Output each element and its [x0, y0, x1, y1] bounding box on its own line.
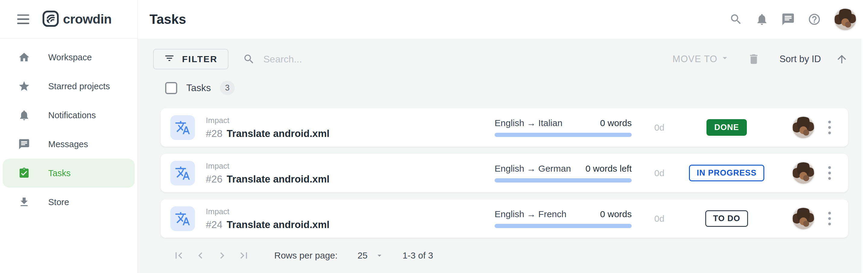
- task-title[interactable]: Translate android.xml: [227, 128, 330, 139]
- task-progress: English → German 0 words left: [495, 164, 632, 183]
- sort-direction-arrow-up-icon[interactable]: [835, 53, 848, 65]
- sort-by-button[interactable]: Sort by ID: [778, 53, 823, 65]
- task-status: DONE: [678, 119, 775, 136]
- task-progress: English → Italian 0 words: [495, 118, 632, 137]
- assignee: [792, 207, 815, 230]
- bell-icon: [18, 109, 30, 121]
- sidebar-item-store[interactable]: Store: [3, 188, 135, 217]
- search-icon: [243, 53, 255, 65]
- crowdin-logo[interactable]: crowdin: [42, 10, 112, 28]
- language-pair: English → Italian: [495, 118, 562, 128]
- task-more-kebab-icon[interactable]: [823, 209, 836, 228]
- hamburger-menu-icon[interactable]: [17, 15, 29, 24]
- top-bar: Tasks: [138, 0, 868, 38]
- page-title: Tasks: [150, 12, 186, 27]
- last-page-icon[interactable]: [238, 249, 250, 262]
- task-titles: Impact #28Translate android.xml: [206, 116, 495, 139]
- task-progress-fill: [495, 133, 632, 137]
- progress-bar-track: [495, 224, 632, 228]
- first-page-icon[interactable]: [173, 249, 185, 262]
- sidebar-item-label: Notifications: [48, 110, 96, 120]
- sidebar: Workspace Starred projects Notifications…: [0, 38, 138, 273]
- task-status-badge: IN PROGRESS: [689, 165, 765, 181]
- sidebar-item-notifications[interactable]: Notifications: [3, 101, 135, 130]
- star-icon: [18, 80, 30, 92]
- delete-trash-icon[interactable]: [747, 53, 760, 65]
- filter-icon: [164, 53, 175, 66]
- rows-per-page-label: Rows per page:: [274, 250, 338, 261]
- task-more-kebab-icon[interactable]: [823, 164, 836, 183]
- pagination-range: 1-3 of 3: [403, 250, 433, 261]
- app-window: crowdin Tasks Workspace: [0, 0, 868, 273]
- translate-task-icon: [170, 206, 195, 231]
- translate-task-icon: [170, 115, 195, 140]
- previous-page-icon[interactable]: [194, 249, 207, 262]
- task-row[interactable]: Impact #28Translate android.xml English …: [161, 108, 848, 146]
- sidebar-item-label: Workspace: [48, 53, 92, 62]
- sidebar-item-starred-projects[interactable]: Starred projects: [3, 72, 135, 101]
- language-row: English → German 0 words left: [495, 164, 632, 174]
- task-duration: 0d: [654, 168, 678, 178]
- task-title[interactable]: Translate android.xml: [227, 219, 330, 230]
- user-avatar[interactable]: [834, 8, 857, 31]
- language-pair: English → German: [495, 164, 571, 174]
- language-row: English → French 0 words: [495, 209, 632, 219]
- crowdin-logo-icon: [42, 10, 59, 28]
- assignee: [792, 161, 815, 185]
- task-status-badge: TO DO: [705, 210, 748, 227]
- task-titles: Impact #26Translate android.xml: [206, 161, 495, 185]
- move-to-label: MOVE TO: [673, 54, 717, 64]
- sidebar-item-messages[interactable]: Messages: [3, 130, 135, 159]
- filter-button[interactable]: FILTER: [153, 49, 228, 70]
- task-id: #24: [206, 219, 222, 230]
- sidebar-item-label: Store: [48, 197, 69, 207]
- task-more-kebab-icon[interactable]: [823, 118, 836, 137]
- sidebar-item-tasks[interactable]: Tasks: [3, 159, 135, 188]
- task-list: Impact #28Translate android.xml English …: [161, 108, 848, 238]
- task-title[interactable]: Translate android.xml: [227, 173, 330, 185]
- sort-by-label: Sort by ID: [779, 54, 821, 64]
- chat-icon: [18, 138, 30, 150]
- translate-task-icon: [170, 161, 195, 186]
- download-icon: [18, 196, 30, 208]
- chevron-down-icon: [375, 251, 384, 260]
- task-status: IN PROGRESS: [678, 165, 775, 181]
- task-row[interactable]: Impact #26Translate android.xml English …: [161, 154, 848, 192]
- language-pair: English → French: [495, 209, 566, 219]
- rows-per-page-value: 25: [358, 250, 367, 261]
- scrollbar-track[interactable]: [861, 38, 868, 273]
- select-all-checkbox[interactable]: [165, 82, 177, 94]
- task-id: #28: [206, 128, 222, 139]
- move-to-button[interactable]: MOVE TO: [671, 53, 732, 66]
- task-id: #26: [206, 173, 222, 185]
- words-count: 0 words: [600, 209, 632, 219]
- brand-name: crowdin: [63, 12, 112, 27]
- toolbar: FILTER MOVE TO Sort by: [161, 49, 848, 70]
- search-icon[interactable]: [730, 13, 743, 26]
- task-list-header: Tasks 3: [161, 81, 848, 95]
- task-duration: 0d: [654, 214, 678, 224]
- task-project: Impact: [206, 116, 495, 125]
- topbar-actions: [730, 8, 857, 31]
- help-icon[interactable]: [808, 13, 821, 26]
- task-duration: 0d: [654, 122, 678, 133]
- assignee-avatar[interactable]: [792, 161, 815, 185]
- task-name-line: #26Translate android.xml: [206, 173, 495, 185]
- sidebar-item-workspace[interactable]: Workspace: [3, 43, 135, 72]
- assignee-avatar[interactable]: [792, 207, 815, 230]
- task-name-line: #24Translate android.xml: [206, 219, 495, 230]
- next-page-icon[interactable]: [216, 249, 228, 262]
- sidebar-item-label: Messages: [48, 139, 88, 149]
- brand-bar: crowdin: [0, 0, 138, 38]
- assignee-avatar[interactable]: [792, 116, 815, 139]
- words-count: 0 words: [600, 118, 632, 128]
- list-title: Tasks: [186, 82, 211, 93]
- notifications-bell-icon[interactable]: [755, 13, 769, 26]
- filter-button-label: FILTER: [182, 54, 218, 64]
- task-status-badge: DONE: [707, 119, 747, 136]
- rows-per-page-select[interactable]: 25: [355, 250, 385, 261]
- task-row[interactable]: Impact #24Translate android.xml English …: [161, 199, 848, 238]
- search-input[interactable]: [263, 53, 393, 65]
- messages-chat-icon[interactable]: [781, 12, 795, 26]
- chevron-down-icon: [720, 53, 730, 65]
